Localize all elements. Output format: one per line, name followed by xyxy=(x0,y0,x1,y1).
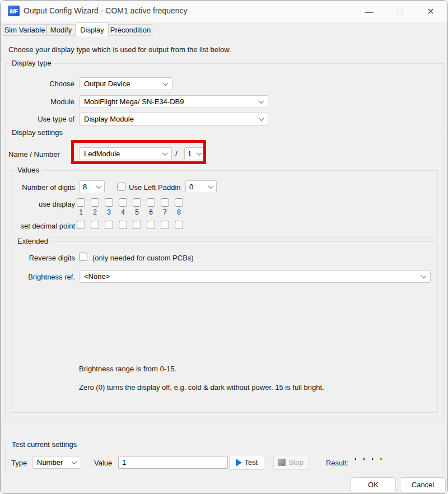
chevron-down-icon xyxy=(259,115,264,121)
chevron-down-icon xyxy=(421,273,427,278)
tab-sim-variable[interactable]: Sim Variable xyxy=(3,24,46,36)
test-button-label: Test xyxy=(245,458,258,467)
value-label: Value xyxy=(94,459,112,467)
tab-precondition[interactable]: Precondition xyxy=(109,24,152,36)
decimal-point-checkbox-3[interactable] xyxy=(105,221,113,229)
brightness-ref-dropdown[interactable]: <None> xyxy=(79,270,431,283)
ok-button-label: OK xyxy=(368,481,379,489)
mobiflight-logo-icon: MF xyxy=(8,6,20,16)
window-title: Output Config Wizard - COM1 active frequ… xyxy=(24,6,188,15)
tab-display[interactable]: Display xyxy=(76,22,109,36)
brightness-ref-dropdown-value: <None> xyxy=(84,272,418,281)
brightness-note-1: Brightness range is from 0-15. xyxy=(79,365,176,373)
brightness-note-2: Zero (0) turns the display off, e.g. col… xyxy=(79,383,324,392)
module-label: Module xyxy=(5,97,74,106)
values-legend: Values xyxy=(15,166,41,174)
display-type-legend: Display type xyxy=(10,59,54,67)
reverse-digits-label: Reverse digits xyxy=(5,254,75,262)
decimal-point-checkbox-2[interactable] xyxy=(91,221,99,229)
module-dropdown[interactable]: MobiFlight Mega/ SN-E34-DB9 xyxy=(79,95,268,108)
maximize-button: □ xyxy=(387,1,413,22)
result-label: Result: xyxy=(326,459,348,467)
brightness-ref-label: Brightness ref. xyxy=(5,273,75,281)
use-display-checkbox-6[interactable] xyxy=(147,198,155,207)
digit-number: 2 xyxy=(91,208,99,216)
digit-number: 3 xyxy=(105,208,113,216)
name-dropdown[interactable]: LedModule xyxy=(79,147,172,160)
decimal-point-checkbox-4[interactable] xyxy=(119,221,127,229)
type-dropdown-value: Number xyxy=(37,458,69,467)
left-padding-dropdown[interactable]: 0 xyxy=(185,180,217,193)
cancel-button-label: Cancel xyxy=(412,481,434,489)
name-number-separator: / xyxy=(175,150,178,158)
title-bar: MF Output Config Wizard - COM1 active fr… xyxy=(1,1,447,22)
chevron-down-icon xyxy=(162,150,168,156)
minimize-button[interactable]: — xyxy=(356,1,382,22)
reverse-digits-hint: (only needed for custom PCBs) xyxy=(92,254,194,262)
digit-number: 1 xyxy=(77,208,85,216)
close-button[interactable]: ✕ xyxy=(418,1,444,22)
number-of-digits-label: Number of digits xyxy=(5,183,75,192)
choose-label: Choose xyxy=(5,80,74,88)
tab-modify[interactable]: Modify xyxy=(46,24,76,36)
digit-number: 5 xyxy=(133,208,141,216)
use-type-dropdown-value: Display Module xyxy=(84,115,256,123)
name-dropdown-value: LedModule xyxy=(84,150,160,158)
stop-button: Stop xyxy=(273,455,309,470)
display-settings-legend: Display settings xyxy=(10,128,65,137)
digit-number: 4 xyxy=(119,208,127,216)
use-display-checkbox-2[interactable] xyxy=(91,198,99,207)
ok-button[interactable]: OK xyxy=(351,477,396,492)
chevron-down-icon xyxy=(259,98,264,104)
digits-dropdown-value: 8 xyxy=(83,183,94,191)
extended-legend: Extended xyxy=(15,237,50,245)
use-display-checkbox-8[interactable] xyxy=(175,198,183,207)
result-value: ' ' ' ' xyxy=(354,456,384,465)
chevron-down-icon xyxy=(72,459,77,464)
decimal-point-checkbox-5[interactable] xyxy=(133,221,141,229)
decimal-point-checkbox-row xyxy=(77,221,183,229)
type-label: Type xyxy=(11,459,27,467)
name-number-label: Name / Number xyxy=(8,150,60,159)
stop-icon xyxy=(278,459,286,466)
decimal-point-checkbox-7[interactable] xyxy=(161,221,169,229)
test-settings-legend: Test current settings xyxy=(10,440,79,449)
module-dropdown-value: MobiFlight Mega/ SN-E34-DB9 xyxy=(84,97,256,106)
use-display-checkbox-row xyxy=(77,198,183,207)
digits-dropdown[interactable]: 8 xyxy=(79,180,105,193)
digit-number: 8 xyxy=(175,208,183,216)
chevron-down-icon xyxy=(208,183,214,189)
set-decimal-point-label: set decimal point xyxy=(5,222,75,230)
digit-number: 6 xyxy=(147,208,155,216)
test-button[interactable]: Test xyxy=(229,455,264,470)
reverse-digits-checkbox[interactable] xyxy=(79,253,87,261)
chevron-down-icon xyxy=(197,150,202,156)
page-description: Choose your display type which is used f… xyxy=(8,45,231,54)
use-display-label: use display xyxy=(5,200,75,208)
cancel-button[interactable]: Cancel xyxy=(400,477,446,492)
use-display-checkbox-5[interactable] xyxy=(133,198,141,207)
use-display-checkbox-7[interactable] xyxy=(161,198,169,207)
use-display-checkbox-4[interactable] xyxy=(119,198,127,207)
chevron-down-icon xyxy=(96,183,102,189)
choose-dropdown[interactable]: Output Device xyxy=(79,77,172,90)
use-display-checkbox-3[interactable] xyxy=(105,198,113,207)
left-padding-dropdown-value: 0 xyxy=(189,183,206,191)
use-type-dropdown[interactable]: Display Module xyxy=(79,113,268,125)
value-input[interactable] xyxy=(118,456,228,469)
chevron-down-icon xyxy=(163,80,169,86)
decimal-point-checkbox-6[interactable] xyxy=(147,221,155,229)
output-config-wizard-dialog: MF Output Config Wizard - COM1 active fr… xyxy=(0,0,448,494)
number-dropdown-value: 1 xyxy=(188,150,194,158)
digit-number: 7 xyxy=(161,208,169,216)
type-dropdown[interactable]: Number xyxy=(32,456,81,469)
decimal-point-checkbox-8[interactable] xyxy=(175,221,183,229)
use-type-label: Use type of xyxy=(5,115,74,123)
stop-button-label: Stop xyxy=(288,458,304,467)
use-display-checkbox-1[interactable] xyxy=(77,198,85,207)
use-left-padding-checkbox[interactable] xyxy=(117,183,125,191)
choose-dropdown-value: Output Device xyxy=(84,80,160,88)
digit-number-row: 1 2 3 4 5 6 7 8 xyxy=(77,208,183,216)
number-dropdown[interactable]: 1 xyxy=(184,147,204,160)
decimal-point-checkbox-1[interactable] xyxy=(77,221,85,229)
